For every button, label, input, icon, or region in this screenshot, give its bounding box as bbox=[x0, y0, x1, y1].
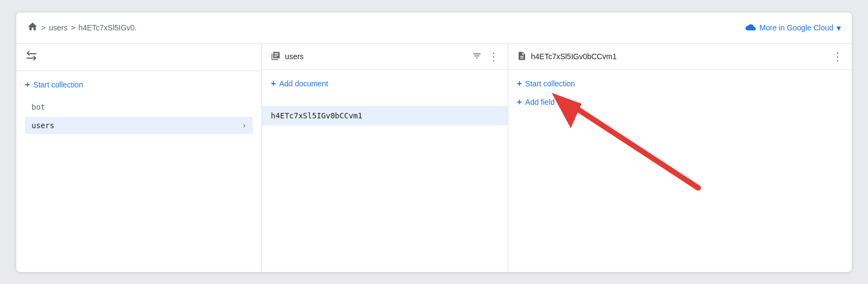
col3-content: + Start collection + Add field bbox=[508, 70, 852, 272]
home-icon[interactable] bbox=[27, 21, 38, 35]
col3-actions: ⋮ bbox=[832, 50, 843, 63]
cloud-label: More in Google Cloud bbox=[760, 23, 833, 32]
add-document-label: Add document bbox=[279, 79, 328, 88]
col2-content: + Add document h4ETc7xSl5IGv0bCCvm1 bbox=[262, 70, 507, 272]
list-item-users[interactable]: users › bbox=[25, 117, 253, 134]
chevron-down-icon: ▾ bbox=[837, 23, 841, 33]
col2-header: users ⋮ bbox=[262, 44, 507, 70]
start-collection-label-col1: Start collection bbox=[33, 80, 83, 89]
col2-title: users bbox=[285, 52, 471, 61]
documents-column: users ⋮ + Add document h4ETc7xSl5IGv0bCC… bbox=[262, 44, 508, 272]
add-field-button[interactable]: + Add field bbox=[517, 97, 843, 107]
add-document-button[interactable]: + Add document bbox=[271, 79, 499, 89]
collections-column: + Start collection bot users › bbox=[16, 44, 262, 272]
col3-header: h4ETc7xSl5IGv0bCCvm1 ⋮ bbox=[508, 44, 852, 70]
google-cloud-link[interactable]: More in Google Cloud ▾ bbox=[744, 23, 841, 33]
item-label-users: users bbox=[31, 121, 54, 130]
plus-icon-col1: + bbox=[25, 80, 30, 90]
columns-container: + Start collection bot users › users bbox=[16, 44, 852, 272]
chevron-right-icon: › bbox=[242, 121, 246, 130]
breadcrumb-users[interactable]: users bbox=[49, 23, 67, 32]
breadcrumb-sep-2: > bbox=[71, 23, 75, 32]
document-fields-column: h4ETc7xSl5IGv0bCCvm1 ⋮ + Start collectio… bbox=[508, 44, 852, 272]
stacked-arrows-icon bbox=[25, 49, 38, 65]
more-vert-icon-col3[interactable]: ⋮ bbox=[832, 50, 843, 63]
item-label-bot: bot bbox=[31, 103, 45, 111]
list-item-bot[interactable]: bot bbox=[25, 98, 253, 116]
document-icon bbox=[517, 51, 527, 62]
firestore-panel: > users > h4ETc7xSl5IGv0. More in Google… bbox=[16, 12, 852, 272]
add-field-label: Add field bbox=[525, 98, 554, 106]
plus-icon-col2: + bbox=[271, 79, 276, 89]
document-item[interactable]: h4ETc7xSl5IGv0bCCvm1 bbox=[262, 106, 507, 125]
plus-icon-field: + bbox=[517, 97, 522, 107]
col2-actions: ⋮ bbox=[472, 50, 499, 63]
more-vert-icon-col2[interactable]: ⋮ bbox=[488, 50, 499, 63]
start-collection-button-col3[interactable]: + Start collection bbox=[517, 79, 843, 89]
plus-icon-col3: + bbox=[517, 79, 522, 89]
collection-icon bbox=[271, 51, 280, 62]
filter-icon[interactable] bbox=[472, 51, 482, 62]
col1-content: + Start collection bot users › bbox=[16, 71, 261, 272]
col3-title: h4ETc7xSl5IGv0bCCvm1 bbox=[531, 52, 832, 61]
breadcrumb: > users > h4ETc7xSl5IGv0. bbox=[27, 21, 137, 35]
start-collection-button-col1[interactable]: + Start collection bbox=[25, 80, 253, 90]
start-collection-label-col3: Start collection bbox=[525, 79, 575, 88]
breadcrumb-sep-1: > bbox=[41, 23, 46, 32]
breadcrumb-document-id[interactable]: h4ETc7xSl5IGv0. bbox=[79, 23, 137, 32]
col2-top-actions: + Add document bbox=[262, 70, 507, 106]
breadcrumb-bar: > users > h4ETc7xSl5IGv0. More in Google… bbox=[16, 12, 852, 44]
col1-header bbox=[16, 44, 261, 71]
cloud-icon bbox=[744, 23, 756, 32]
